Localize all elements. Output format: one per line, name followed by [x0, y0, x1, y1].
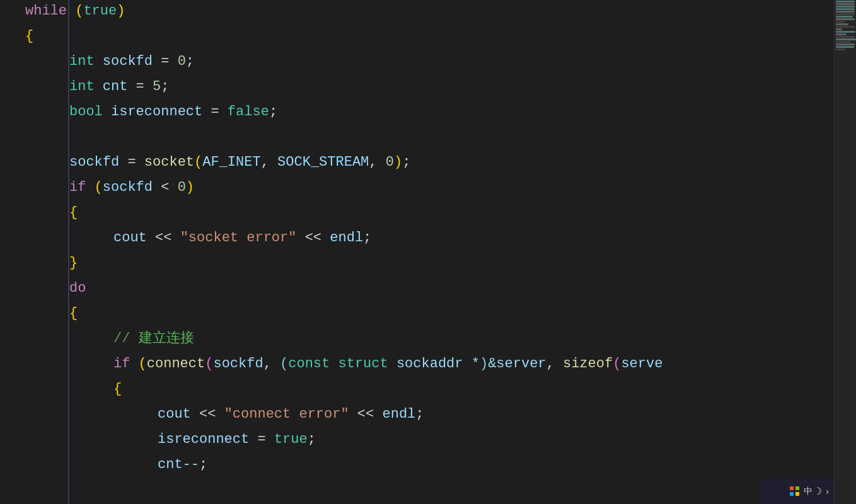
fn-connect: connect: [147, 353, 205, 375]
brace-open-3: {: [69, 302, 78, 324]
code-line-13: {: [0, 302, 834, 328]
num-0-2: 0: [386, 151, 394, 173]
kw-true: true: [83, 0, 117, 22]
editor-container: while ( true ) { int sockfd = 0 ; int cn…: [0, 0, 856, 504]
win-sq-red: [790, 486, 794, 490]
minimap-line: [836, 33, 847, 35]
var-endl-2: endl: [382, 403, 415, 425]
minimap-line: [836, 31, 855, 33]
minimap-line: [836, 1, 855, 3]
num-5: 5: [153, 76, 161, 98]
kw-while: while: [25, 0, 67, 22]
minimap-line: [836, 46, 854, 48]
fn-sizeof: sizeof: [563, 353, 613, 375]
kw-do: do: [69, 277, 86, 299]
comment-slashes: //: [113, 328, 139, 350]
code-line-3: int sockfd = 0 ;: [0, 50, 834, 76]
var-server: &server: [488, 353, 546, 375]
code-line-5: bool isreconnect = false ;: [0, 101, 834, 126]
minimap-line: [836, 38, 856, 40]
minimap-line: [836, 11, 855, 13]
minimap-line: [836, 41, 851, 43]
kw-false: false: [228, 101, 269, 123]
code-line-1: while ( true ): [0, 0, 834, 25]
moon-icon[interactable]: ☽: [816, 485, 823, 498]
paren-close: ): [117, 0, 125, 22]
minimap-line: [836, 3, 855, 5]
kw-true-2: true: [274, 428, 308, 450]
code-line-12: do: [0, 277, 834, 302]
brace-close: }: [69, 252, 78, 274]
var-sockfd: sockfd: [103, 50, 153, 72]
code-line-14: // 建立连接: [0, 328, 834, 353]
code-line-4: int cnt = 5 ;: [0, 76, 834, 101]
minimap-line: [836, 23, 848, 25]
minimap-line: [836, 49, 845, 50]
code-line-10: cout << "socket error" << endl ;: [0, 227, 834, 252]
kw-int: int: [69, 50, 95, 72]
code-area[interactable]: while ( true ) { int sockfd = 0 ; int cn…: [0, 0, 834, 504]
const-sock-stream: SOCK_STREAM: [277, 151, 369, 173]
minimap-line: [836, 43, 855, 45]
brace-open-2: {: [69, 202, 78, 224]
brace-open-4: {: [113, 378, 122, 400]
code-line-19: cnt-- ;: [0, 454, 834, 479]
brace-open: {: [25, 25, 33, 47]
var-cnt: cnt: [103, 76, 128, 98]
type-sockaddr: sockaddr *: [396, 353, 480, 375]
var-sockfd-4: sockfd: [213, 353, 263, 375]
code-line-8: if ( sockfd < 0 ): [0, 176, 834, 202]
minimap-content: [835, 1, 856, 504]
minimap-line: [836, 6, 855, 8]
minimap-line: [836, 28, 842, 30]
code-line-16: {: [0, 378, 834, 403]
code-line-7: sockfd = socket ( AF_INET , SOCK_STREAM …: [0, 151, 834, 176]
lang-indicator[interactable]: 中: [804, 486, 813, 497]
var-cout: cout: [113, 227, 147, 249]
var-sockfd-2: sockfd: [69, 151, 119, 173]
kw-const: const: [288, 353, 330, 375]
comment-chinese: 建立连接: [139, 328, 194, 350]
var-isreconnect-2: isreconnect: [158, 428, 249, 450]
minimap: [834, 0, 856, 504]
var-cout-2: cout: [158, 403, 191, 425]
var-isreconnect: isreconnect: [111, 101, 202, 123]
win-sq-blue: [790, 492, 794, 496]
vertical-guide-line: [68, 0, 69, 504]
minimap-line: [836, 21, 845, 23]
minimap-line: [836, 26, 855, 28]
minimap-line: [836, 8, 855, 10]
fn-socket: socket: [144, 151, 194, 173]
const-af-inet: AF_INET: [202, 151, 260, 173]
kw-bool: bool: [69, 101, 103, 123]
paren-open: (: [75, 0, 83, 22]
code-line-11: }: [0, 252, 834, 277]
windows-icon: [790, 486, 800, 496]
str-connect-error: "connect error": [224, 403, 349, 425]
minimap-line: [836, 16, 853, 18]
win-sq-yellow: [795, 492, 799, 496]
win-sq-green: [795, 486, 799, 490]
code-line-18: isreconnect = true ;: [0, 428, 834, 454]
num-0-3: 0: [178, 176, 186, 198]
minimap-line: [836, 36, 855, 38]
code-line-17: cout << "connect error" << endl ;: [0, 403, 834, 428]
num-0: 0: [178, 50, 186, 72]
code-line-6: [0, 126, 834, 151]
kw-if: if: [69, 176, 86, 198]
minimap-line: [836, 18, 855, 20]
code-line-9: {: [0, 202, 834, 227]
str-socket-error: "socket error": [180, 227, 297, 249]
kw-struct: struct: [338, 353, 388, 375]
kw-if-2: if: [113, 353, 130, 375]
code-line-2: {: [0, 25, 834, 50]
minimap-line: [836, 13, 855, 15]
var-cnt-2: cnt--: [158, 454, 199, 476]
kw-int-2: int: [69, 76, 95, 98]
code-line-15: if ( connect ( sockfd , ( const struct s…: [0, 353, 834, 378]
var-serve: serve: [621, 353, 662, 375]
taskbar-area: 中 ☽ ›: [758, 479, 834, 504]
var-endl: endl: [330, 227, 363, 249]
var-sockfd-3: sockfd: [103, 176, 153, 198]
chevron-icon[interactable]: ›: [826, 486, 829, 496]
